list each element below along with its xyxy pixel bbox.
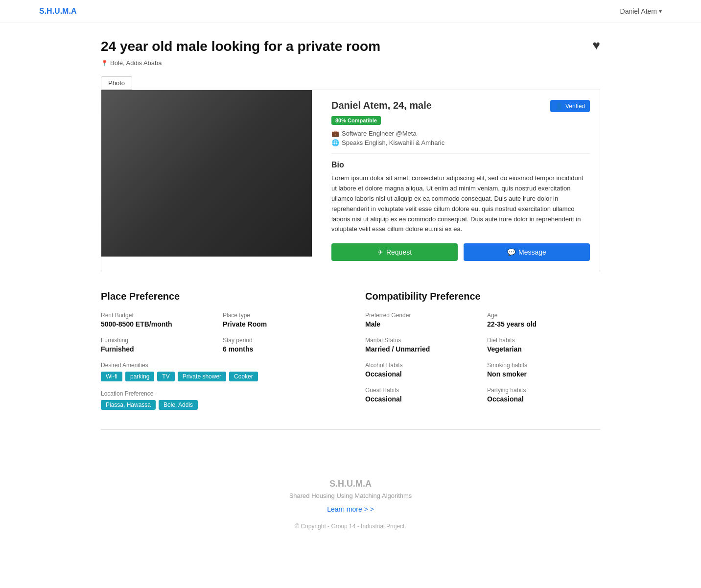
profile-name: Daniel Atem, 24, male: [331, 100, 432, 111]
place-type-label: Place type: [223, 312, 336, 319]
profile-info: Daniel Atem, 24, male Verified 80% Compa…: [327, 90, 600, 271]
message-icon: 💬: [507, 248, 515, 256]
favorite-button[interactable]: ♥: [593, 38, 600, 53]
gender-item: Preferred Gender Male: [365, 312, 478, 328]
marital-item: Marital Status Married / Unmarried: [365, 337, 478, 353]
amenities-label: Desired Amenities: [101, 362, 336, 369]
place-type-val: Private Room: [223, 320, 336, 328]
place-preference: Place Preference Rent Budget 5000-8500 E…: [101, 291, 336, 410]
place-pref-grid: Rent Budget 5000-8500 ETB/month Place ty…: [101, 312, 336, 353]
listing-location: Bole, Addis Ababa: [101, 59, 600, 67]
footer-logo: S.H.U.M.A: [10, 479, 691, 489]
furnishing-val: Furnished: [101, 345, 214, 353]
footer-subtitle: Shared Housing Using Matching Algorithms: [10, 492, 691, 499]
location-pref-label: Location Preference: [101, 390, 336, 397]
rent-budget-item: Rent Budget 5000-8500 ETB/month: [101, 312, 214, 328]
diet-label: Diet habits: [487, 337, 600, 344]
marital-label: Marital Status: [365, 337, 478, 344]
location-tag: Piassa, Hawassa: [101, 400, 156, 410]
age-val: 22-35 years old: [487, 320, 600, 328]
profile-image: [101, 90, 312, 257]
diet-val: Vegetarian: [487, 345, 600, 353]
section-divider: [101, 429, 600, 430]
rent-budget-val: 5000-8500 ETB/month: [101, 320, 214, 328]
amenity-tag: TV: [157, 372, 174, 381]
main-container: 24 year old male looking for a private r…: [81, 23, 620, 464]
partying-item: Partying habits Occasional: [487, 387, 600, 403]
message-button[interactable]: 💬 Message: [464, 243, 590, 261]
alcohol-item: Alcohol Habits Occasional: [365, 362, 478, 378]
listing-title: 24 year old male looking for a private r…: [101, 38, 380, 55]
partying-val: Occasional: [487, 395, 600, 403]
partying-label: Partying habits: [487, 387, 600, 394]
request-label: Request: [386, 248, 412, 256]
request-icon: ✈: [377, 248, 383, 256]
profile-name-row: Daniel Atem, 24, male Verified: [331, 100, 590, 112]
alcohol-val: Occasional: [365, 370, 478, 378]
guest-label: Guest Habits: [365, 387, 478, 394]
place-pref-title: Place Preference: [101, 291, 336, 302]
stay-period-item: Stay period 6 months: [223, 337, 336, 353]
smoking-val: Non smoker: [487, 370, 600, 378]
stay-period-label: Stay period: [223, 337, 336, 344]
alcohol-label: Alcohol Habits: [365, 362, 478, 369]
message-label: Message: [518, 248, 546, 256]
bio-title: Bio: [331, 161, 590, 169]
smoking-item: Smoking habits Non smoker: [487, 362, 600, 378]
guest-val: Occasional: [365, 395, 478, 403]
preferences-section: Place Preference Rent Budget 5000-8500 E…: [101, 291, 600, 410]
verified-badge: Verified: [550, 100, 590, 112]
request-button[interactable]: ✈ Request: [331, 243, 458, 261]
amenity-tag: Private shower: [178, 372, 226, 381]
gender-label: Preferred Gender: [365, 312, 478, 319]
location-pref-section: Location Preference Piassa, HawassaBole,…: [101, 390, 336, 410]
marital-val: Married / Unmarried: [365, 345, 478, 353]
compat-pref-title: Compatibility Preference: [365, 291, 600, 302]
profile-section: Daniel Atem, 24, male Verified 80% Compa…: [101, 90, 600, 271]
navbar: S.H.U.M.A Daniel Atem: [0, 0, 701, 23]
gender-val: Male: [365, 320, 478, 328]
footer-copyright: © Copyright - Group 14 - Industrial Proj…: [10, 523, 691, 530]
amenities-tags: Wi-fiparkingTVPrivate showerCooker: [101, 372, 336, 381]
diet-item: Diet habits Vegetarian: [487, 337, 600, 353]
place-type-item: Place type Private Room: [223, 312, 336, 328]
amenity-tag: Wi-fi: [101, 372, 122, 381]
furnishing-label: Furnishing: [101, 337, 214, 344]
smoking-label: Smoking habits: [487, 362, 600, 369]
amenities-section: Desired Amenities Wi-fiparkingTVPrivate …: [101, 362, 336, 381]
action-row: ✈ Request 💬 Message: [331, 243, 590, 261]
learn-more-link[interactable]: Learn more > >: [327, 505, 374, 513]
location-tags: Piassa, HawassaBole, Addis: [101, 400, 336, 410]
listing-header: 24 year old male looking for a private r…: [101, 38, 600, 55]
compat-pref-grid: Preferred Gender Male Age 22-35 years ol…: [365, 312, 600, 403]
profile-work: Software Engineer @Meta: [331, 130, 590, 137]
age-label: Age: [487, 312, 600, 319]
photo-tab[interactable]: Photo: [101, 76, 132, 90]
compatible-badge: 80% Compatible: [331, 116, 381, 125]
rent-budget-label: Rent Budget: [101, 312, 214, 319]
furnishing-item: Furnishing Furnished: [101, 337, 214, 353]
guest-item: Guest Habits Occasional: [365, 387, 478, 403]
profile-languages: Speaks English, Kiswahili & Amharic: [331, 139, 590, 146]
amenity-tag: Cooker: [229, 372, 258, 381]
bio-text: Lorem ipsum dolor sit amet, consectetur …: [331, 173, 590, 235]
nav-logo[interactable]: S.H.U.M.A: [39, 7, 76, 16]
nav-user[interactable]: Daniel Atem: [620, 7, 662, 15]
divider-1: [331, 153, 590, 154]
age-item: Age 22-35 years old: [487, 312, 600, 328]
stay-period-val: 6 months: [223, 345, 336, 353]
location-tag: Bole, Addis: [159, 400, 198, 410]
compatibility-preference: Compatibility Preference Preferred Gende…: [365, 291, 600, 410]
footer: S.H.U.M.A Shared Housing Using Matching …: [0, 464, 701, 549]
amenity-tag: parking: [125, 372, 154, 381]
